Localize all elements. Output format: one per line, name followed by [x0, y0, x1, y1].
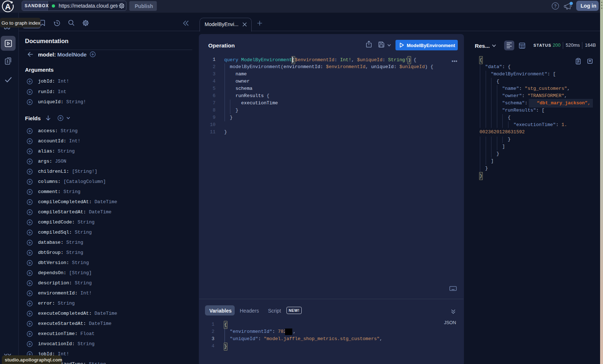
svg-text:A: A — [5, 2, 11, 11]
svg-text:?: ? — [554, 4, 557, 9]
